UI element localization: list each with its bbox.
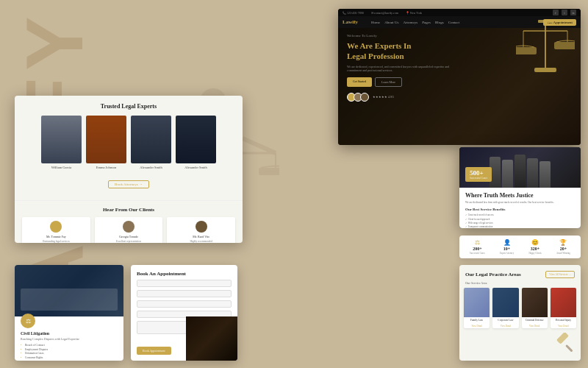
screenshot-hero: 📞 123-456-7890 ✉ contact@lawify.com 📍 Ne… xyxy=(338,9,581,145)
mock-nav-links: Home About Us Attorneys Pages Blogs Cont… xyxy=(371,21,459,24)
area-link-1: View Detail xyxy=(464,324,490,328)
nav-attorneys: Attorneys xyxy=(404,21,418,24)
area-label-4: Personal Injury xyxy=(551,317,576,324)
clients-icon: 😊 xyxy=(531,239,539,246)
awards-icon: 🏆 xyxy=(559,239,567,246)
cases-icon: ⚖ xyxy=(475,239,480,246)
stat-clients-label: Happy Clients xyxy=(528,252,541,255)
hero-title-line2: Legal Profession xyxy=(347,52,404,60)
cases-badge: 500+ Successful Cases xyxy=(465,167,492,182)
nav-blogs: Blogs xyxy=(435,21,444,24)
stat-attorneys: 👤 10+ Expert Attorney xyxy=(500,239,514,255)
gavel-icon-small xyxy=(554,333,576,358)
rating-text: ★★★★★ 4.9/5 xyxy=(373,95,394,99)
social-proof: ★★★★★ 4.9/5 xyxy=(347,93,572,102)
silhouette-3 xyxy=(514,155,526,188)
stat-cases-num: 200+ xyxy=(473,247,481,251)
nav-pages: Pages xyxy=(422,21,431,24)
justice-photo: 500+ Successful Cases xyxy=(459,147,581,188)
location-text: 📍 New York xyxy=(406,11,422,15)
phone-text: 📞 123-456-7890 xyxy=(343,11,364,15)
area-card-2: Corporate Law View Detail xyxy=(492,288,518,328)
facebook-icon: f xyxy=(553,10,559,15)
stat-clients: 😊 320+ Happy Clients xyxy=(528,239,541,255)
area-img-2 xyxy=(492,288,518,317)
svg-rect-8 xyxy=(200,99,226,105)
stat-clients-num: 320+ xyxy=(531,247,539,251)
silhouette-2 xyxy=(502,160,513,188)
hero-title-line1: We Are Experts In xyxy=(347,41,412,50)
svg-rect-17 xyxy=(556,333,569,344)
svg-point-0 xyxy=(200,88,226,115)
nav-about: About Us xyxy=(384,21,398,24)
avatar-1 xyxy=(347,93,356,102)
area-img-1 xyxy=(464,288,490,317)
areas-title: Our Legal Practice Areas xyxy=(465,272,521,277)
svg-rect-18 xyxy=(565,344,573,353)
stat-awards: 🏆 20+ Award Winning xyxy=(556,239,570,255)
gavel-decoration xyxy=(516,16,575,82)
svg-rect-13 xyxy=(516,47,537,54)
stat-awards-label: Award Winning xyxy=(556,252,570,255)
svg-rect-15 xyxy=(554,42,575,49)
people-silhouettes xyxy=(459,151,581,188)
left-panel: LAWIFY Law Firm HTML Temp xyxy=(0,0,338,368)
silhouette-5 xyxy=(539,161,551,188)
attorneys-icon: 👤 xyxy=(503,239,511,246)
vertical-brand-text: LAWIFY xyxy=(7,0,101,368)
hero-cta-btn: Get Started xyxy=(347,77,372,87)
instagram-icon: in xyxy=(570,10,576,15)
stats-bar: ⚖ 200+ Successful Cases 👤 10+ Expert Att… xyxy=(459,236,581,258)
screenshot-justice: 500+ Successful Cases Where Truth Meets … xyxy=(459,147,581,228)
area-img-4 xyxy=(551,288,576,317)
hero-buttons: Get Started Learn More xyxy=(347,77,572,87)
area-link-3: View Detail xyxy=(522,324,548,328)
stat-attorneys-num: 10+ xyxy=(503,247,510,251)
justice-content: Where Truth Meets Justice We are dedicat… xyxy=(459,188,581,228)
cases-number: 500+ xyxy=(470,169,487,177)
hero-desc: We are dedicated, experienced, and commi… xyxy=(347,65,459,73)
justice-text: We are dedicated law firm with great tra… xyxy=(465,201,575,205)
cases-label: Successful Cases xyxy=(470,177,487,180)
hero-learn-btn: Learn More xyxy=(375,77,402,87)
area-label-1: Family Law xyxy=(464,317,490,324)
benefits-title: Our Best Service Benefits xyxy=(465,208,575,211)
avatar-stack xyxy=(347,93,369,102)
area-link-2: View Detail xyxy=(492,324,518,328)
area-label-2: Corporate Law xyxy=(492,317,518,324)
areas-header: Our Legal Practice Areas View All Servic… xyxy=(459,265,581,281)
stat-cases-label: Successful Cases xyxy=(470,252,485,255)
justice-title: Where Truth Meets Justice xyxy=(465,192,575,199)
benefits-list: ✓ Great track record of success ✓ Client… xyxy=(465,213,575,228)
stat-awards-num: 20+ xyxy=(560,247,567,251)
svg-line-2 xyxy=(243,138,276,153)
area-img-3 xyxy=(522,288,548,317)
areas-subtitle: Our Service Area xyxy=(459,281,581,288)
svg-rect-10 xyxy=(538,20,553,23)
twitter-icon: t xyxy=(562,10,567,15)
mock-navbar: Lawify Home About Us Attorneys Pages Blo… xyxy=(338,16,581,28)
area-card-1: Family Law View Detail xyxy=(464,288,490,328)
svg-line-1 xyxy=(151,138,184,153)
area-card-4: Personal Injury View Detail xyxy=(551,288,576,328)
area-link-4: View Detail xyxy=(551,324,576,328)
main-title: Law Firm xyxy=(81,161,309,195)
areas-view-btn: View All Services → xyxy=(545,271,575,278)
mock-logo: Lawify xyxy=(343,19,358,25)
stat-cases: ⚖ 200+ Successful Cases xyxy=(470,239,485,255)
email-text: ✉ contact@lawify.com xyxy=(371,11,398,15)
stat-attorneys-label: Expert Attorney xyxy=(500,252,514,255)
silhouette-1 xyxy=(490,157,501,188)
svg-rect-16 xyxy=(534,68,556,72)
avatar-2 xyxy=(354,93,362,102)
mock-hero-section: Welcome To Lawify We Are Experts In Lega… xyxy=(338,28,581,107)
areas-grid: Family Law View Detail Corporate Law Vie… xyxy=(459,288,581,328)
area-card-3: Criminal Defense View Detail xyxy=(522,288,548,328)
sub-title: HTML Template xyxy=(81,199,309,222)
hero-title: We Are Experts In Legal Profession xyxy=(347,40,470,62)
hero-tag: Welcome To Lawify xyxy=(347,34,572,38)
nav-contact: Contact xyxy=(448,21,460,24)
top-bar: 📞 123-456-7890 ✉ contact@lawify.com 📍 Ne… xyxy=(338,9,581,16)
social-icons: f t in xyxy=(553,10,576,15)
avatar-3 xyxy=(360,93,369,102)
